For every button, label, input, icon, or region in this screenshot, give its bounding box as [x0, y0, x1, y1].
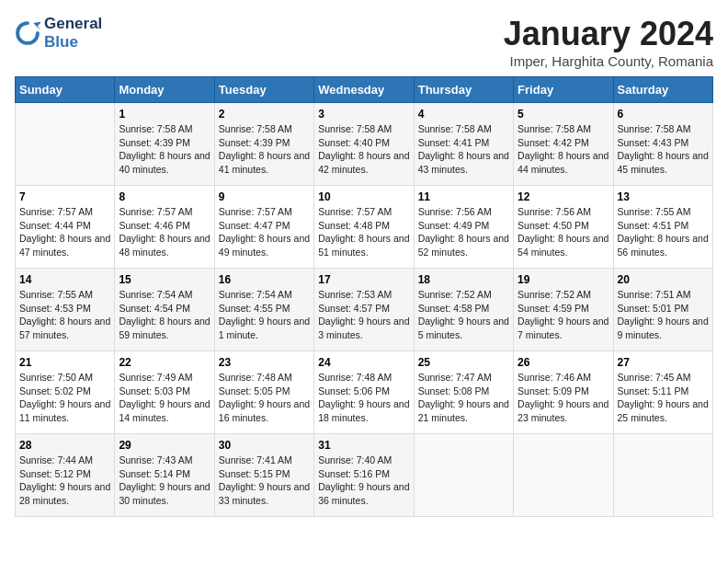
- calendar-cell: 28Sunrise: 7:44 AMSunset: 5:12 PMDayligh…: [16, 434, 115, 517]
- day-info: Sunrise: 7:45 AMSunset: 5:11 PMDaylight:…: [618, 371, 709, 425]
- day-number: 15: [119, 273, 210, 286]
- day-number: 18: [418, 273, 509, 286]
- logo: General Blue: [15, 15, 102, 52]
- day-number: 3: [318, 108, 409, 121]
- day-info: Sunrise: 7:52 AMSunset: 4:58 PMDaylight:…: [418, 288, 509, 342]
- calendar-cell: 18Sunrise: 7:52 AMSunset: 4:58 PMDayligh…: [414, 269, 513, 351]
- calendar-week-row: 21Sunrise: 7:50 AMSunset: 5:02 PMDayligh…: [16, 351, 713, 434]
- weekday-header: Wednesday: [314, 77, 414, 103]
- day-info: Sunrise: 7:48 AMSunset: 5:06 PMDaylight:…: [318, 371, 409, 425]
- day-number: 5: [518, 108, 609, 121]
- page-header: General Blue January 2024 Imper, Harghit…: [15, 15, 713, 69]
- day-number: 12: [518, 190, 609, 203]
- day-info: Sunrise: 7:47 AMSunset: 5:08 PMDaylight:…: [418, 371, 509, 425]
- calendar-week-row: 1Sunrise: 7:58 AMSunset: 4:39 PMDaylight…: [16, 103, 713, 186]
- day-info: Sunrise: 7:58 AMSunset: 4:39 PMDaylight:…: [219, 122, 310, 177]
- weekday-header: Sunday: [16, 77, 115, 103]
- calendar-table: SundayMondayTuesdayWednesdayThursdayFrid…: [15, 76, 713, 517]
- calendar-cell: [613, 434, 712, 517]
- day-number: 7: [19, 190, 110, 203]
- calendar-cell: 30Sunrise: 7:41 AMSunset: 5:15 PMDayligh…: [214, 434, 313, 517]
- day-info: Sunrise: 7:52 AMSunset: 4:59 PMDaylight:…: [518, 288, 609, 342]
- day-info: Sunrise: 7:57 AMSunset: 4:46 PMDaylight:…: [119, 205, 210, 259]
- day-info: Sunrise: 7:44 AMSunset: 5:12 PMDaylight:…: [19, 454, 110, 508]
- calendar-cell: 22Sunrise: 7:49 AMSunset: 5:03 PMDayligh…: [115, 351, 214, 434]
- weekday-header: Saturday: [613, 77, 712, 103]
- day-info: Sunrise: 7:49 AMSunset: 5:03 PMDaylight:…: [119, 371, 210, 425]
- calendar-cell: 20Sunrise: 7:51 AMSunset: 5:01 PMDayligh…: [613, 269, 712, 351]
- calendar-cell: 6Sunrise: 7:58 AMSunset: 4:43 PMDaylight…: [613, 103, 712, 186]
- day-number: 20: [618, 273, 709, 286]
- calendar-cell: 11Sunrise: 7:56 AMSunset: 4:49 PMDayligh…: [414, 186, 513, 269]
- day-number: 17: [318, 273, 409, 286]
- logo-icon: [15, 20, 40, 46]
- day-number: 9: [219, 190, 310, 203]
- calendar-cell: 1Sunrise: 7:58 AMSunset: 4:39 PMDaylight…: [115, 103, 214, 186]
- day-number: 31: [318, 439, 409, 452]
- day-number: 6: [618, 108, 709, 121]
- day-info: Sunrise: 7:56 AMSunset: 4:50 PMDaylight:…: [518, 205, 609, 259]
- calendar-cell: 3Sunrise: 7:58 AMSunset: 4:40 PMDaylight…: [314, 103, 414, 186]
- day-info: Sunrise: 7:58 AMSunset: 4:41 PMDaylight:…: [418, 122, 509, 177]
- weekday-header: Monday: [115, 77, 214, 103]
- calendar-cell: 12Sunrise: 7:56 AMSunset: 4:50 PMDayligh…: [514, 186, 613, 269]
- weekday-header: Friday: [514, 77, 613, 103]
- calendar-cell: 10Sunrise: 7:57 AMSunset: 4:48 PMDayligh…: [314, 186, 414, 269]
- day-number: 19: [518, 273, 609, 286]
- day-info: Sunrise: 7:55 AMSunset: 4:53 PMDaylight:…: [19, 288, 110, 342]
- logo-text: General Blue: [44, 15, 102, 52]
- calendar-cell: [414, 434, 513, 517]
- calendar-cell: 21Sunrise: 7:50 AMSunset: 5:02 PMDayligh…: [16, 351, 115, 434]
- calendar-cell: 23Sunrise: 7:48 AMSunset: 5:05 PMDayligh…: [214, 351, 313, 434]
- calendar-cell: 7Sunrise: 7:57 AMSunset: 4:44 PMDaylight…: [16, 186, 115, 269]
- day-info: Sunrise: 7:46 AMSunset: 5:09 PMDaylight:…: [518, 371, 609, 425]
- day-number: 23: [219, 356, 310, 369]
- calendar-cell: 14Sunrise: 7:55 AMSunset: 4:53 PMDayligh…: [16, 269, 115, 351]
- calendar-cell: 19Sunrise: 7:52 AMSunset: 4:59 PMDayligh…: [514, 269, 613, 351]
- calendar-subtitle: Imper, Harghita County, Romania: [504, 53, 713, 69]
- day-number: 21: [19, 356, 110, 369]
- day-number: 13: [618, 190, 709, 203]
- calendar-cell: 8Sunrise: 7:57 AMSunset: 4:46 PMDaylight…: [115, 186, 214, 269]
- calendar-cell: 15Sunrise: 7:54 AMSunset: 4:54 PMDayligh…: [115, 269, 214, 351]
- calendar-cell: 29Sunrise: 7:43 AMSunset: 5:14 PMDayligh…: [115, 434, 214, 517]
- day-info: Sunrise: 7:48 AMSunset: 5:05 PMDaylight:…: [219, 371, 310, 425]
- day-info: Sunrise: 7:51 AMSunset: 5:01 PMDaylight:…: [618, 288, 709, 342]
- weekday-header: Tuesday: [214, 77, 313, 103]
- day-number: 16: [219, 273, 310, 286]
- day-number: 24: [318, 356, 409, 369]
- day-number: 25: [418, 356, 509, 369]
- day-info: Sunrise: 7:57 AMSunset: 4:44 PMDaylight:…: [19, 205, 110, 259]
- calendar-cell: 16Sunrise: 7:54 AMSunset: 4:55 PMDayligh…: [214, 269, 313, 351]
- day-number: 27: [618, 356, 709, 369]
- calendar-cell: [514, 434, 613, 517]
- day-number: 30: [219, 439, 310, 452]
- title-block: January 2024 Imper, Harghita County, Rom…: [504, 15, 713, 69]
- calendar-week-row: 7Sunrise: 7:57 AMSunset: 4:44 PMDaylight…: [16, 186, 713, 269]
- day-number: 2: [219, 108, 310, 121]
- day-number: 11: [418, 190, 509, 203]
- calendar-cell: 24Sunrise: 7:48 AMSunset: 5:06 PMDayligh…: [314, 351, 414, 434]
- day-number: 28: [19, 439, 110, 452]
- calendar-cell: 13Sunrise: 7:55 AMSunset: 4:51 PMDayligh…: [613, 186, 712, 269]
- calendar-header-row: SundayMondayTuesdayWednesdayThursdayFrid…: [16, 77, 713, 103]
- day-info: Sunrise: 7:58 AMSunset: 4:42 PMDaylight:…: [518, 122, 609, 177]
- day-info: Sunrise: 7:58 AMSunset: 4:39 PMDaylight:…: [119, 122, 210, 177]
- day-info: Sunrise: 7:50 AMSunset: 5:02 PMDaylight:…: [19, 371, 110, 425]
- calendar-cell: 25Sunrise: 7:47 AMSunset: 5:08 PMDayligh…: [414, 351, 513, 434]
- calendar-cell: 31Sunrise: 7:40 AMSunset: 5:16 PMDayligh…: [314, 434, 414, 517]
- svg-marker-0: [33, 22, 40, 30]
- day-info: Sunrise: 7:40 AMSunset: 5:16 PMDaylight:…: [318, 454, 409, 508]
- day-number: 26: [518, 356, 609, 369]
- calendar-cell: 17Sunrise: 7:53 AMSunset: 4:57 PMDayligh…: [314, 269, 414, 351]
- day-info: Sunrise: 7:54 AMSunset: 4:54 PMDaylight:…: [119, 288, 210, 342]
- day-number: 29: [119, 439, 210, 452]
- calendar-cell: 5Sunrise: 7:58 AMSunset: 4:42 PMDaylight…: [514, 103, 613, 186]
- calendar-week-row: 28Sunrise: 7:44 AMSunset: 5:12 PMDayligh…: [16, 434, 713, 517]
- day-number: 22: [119, 356, 210, 369]
- day-info: Sunrise: 7:58 AMSunset: 4:43 PMDaylight:…: [618, 122, 709, 177]
- day-info: Sunrise: 7:57 AMSunset: 4:47 PMDaylight:…: [219, 205, 310, 259]
- day-info: Sunrise: 7:57 AMSunset: 4:48 PMDaylight:…: [318, 205, 409, 259]
- day-info: Sunrise: 7:53 AMSunset: 4:57 PMDaylight:…: [318, 288, 409, 342]
- calendar-cell: 9Sunrise: 7:57 AMSunset: 4:47 PMDaylight…: [214, 186, 313, 269]
